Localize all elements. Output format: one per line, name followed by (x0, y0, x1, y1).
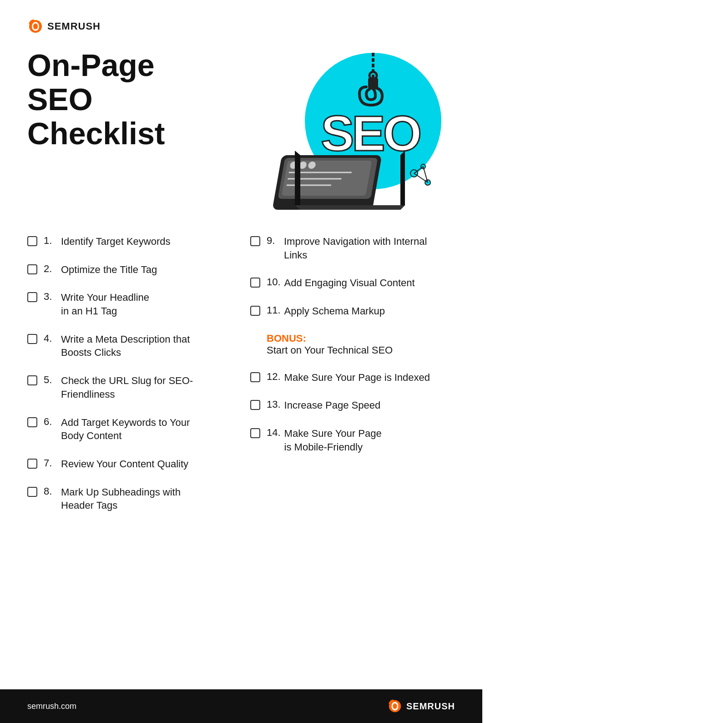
checklist-item-5: 5. Check the URL Slug for SEO- Friendlin… (27, 374, 232, 401)
logo-text: SEMRUSH (47, 20, 101, 32)
item-number-4: 4. (44, 333, 57, 344)
svg-marker-17 (295, 151, 300, 210)
checkbox-12[interactable] (250, 372, 260, 382)
checklist-right: 9. Improve Navigation with Internal Link… (250, 235, 455, 469)
checkbox-13[interactable] (250, 400, 260, 410)
checkbox-3[interactable] (27, 292, 37, 302)
item-text-14: Make Sure Your Page is Mobile-Friendly (284, 427, 382, 454)
checkbox-5[interactable] (27, 375, 37, 385)
item-text-8: Mark Up Subheadings with Header Tags (61, 485, 181, 512)
checklist-item-12: 12. Make Sure Your Page is Indexed (250, 371, 455, 384)
item-number-2: 2. (44, 263, 57, 275)
footer-logo-text: SEMRUSH (406, 701, 455, 712)
checkbox-1[interactable] (27, 236, 37, 246)
svg-point-28 (393, 703, 397, 709)
checkbox-11[interactable] (250, 306, 260, 316)
item-number-9: 9. (267, 235, 280, 247)
item-text-7: Review Your Content Quality (61, 457, 188, 471)
checkbox-2[interactable] (27, 264, 37, 274)
item-text-12: Make Sure Your Page is Indexed (284, 371, 430, 384)
bonus-subtitle: Start on Your Technical SEO (267, 344, 455, 356)
footer-url: semrush.com (27, 702, 76, 711)
item-text-6: Add Target Keywords to Your Body Content (61, 416, 190, 443)
item-text-4: Write a Meta Description that Boosts Cli… (61, 333, 190, 359)
item-number-13: 13. (267, 399, 281, 410)
item-number-11: 11. (267, 304, 281, 316)
svg-marker-18 (400, 151, 405, 210)
item-number-6: 6. (44, 416, 57, 428)
svg-point-2 (33, 24, 38, 30)
item-number-12: 12. (267, 371, 281, 383)
page-title: On-Page SEO Checklist (27, 48, 223, 150)
semrush-logo-icon (27, 18, 44, 35)
checklist-item-7: 7. Review Your Content Quality (27, 457, 232, 471)
checkbox-9[interactable] (250, 236, 260, 246)
item-number-7: 7. (44, 457, 57, 469)
checklist-item-11: 11. Apply Schema Markup (250, 304, 455, 318)
checklist-item-13: 13. Increase Page Speed (250, 399, 455, 412)
checklist-item-10: 10. Add Engaging Visual Content (250, 276, 455, 290)
item-text-1: Identify Target Keywords (61, 235, 171, 248)
footer-logo-icon (387, 698, 403, 714)
checklist-item-2: 2. Optimize the Title Tag (27, 263, 232, 277)
svg-text:SEO: SEO (321, 105, 420, 161)
checklist-item-14: 14. Make Sure Your Page is Mobile-Friend… (250, 427, 455, 454)
item-text-5: Check the URL Slug for SEO- Friendliness (61, 374, 193, 401)
item-number-14: 14. (267, 427, 281, 439)
item-text-9: Improve Navigation with Internal Links (284, 235, 427, 262)
checklist-item-9: 9. Improve Navigation with Internal Link… (250, 235, 455, 262)
item-number-1: 1. (44, 235, 57, 247)
checklist-left: 1. Identify Target Keywords 2. Optimize … (27, 235, 232, 527)
seo-illustration: SEO (241, 51, 450, 214)
checkbox-4[interactable] (27, 334, 37, 344)
checkbox-6[interactable] (27, 417, 37, 427)
item-text-2: Optimize the Title Tag (61, 263, 157, 277)
checklist-item-1: 1. Identify Target Keywords (27, 235, 232, 248)
footer-logo: SEMRUSH (387, 698, 455, 714)
item-text-10: Add Engaging Visual Content (284, 276, 415, 290)
item-number-3: 3. (44, 291, 57, 303)
checkbox-8[interactable] (27, 487, 37, 497)
checkbox-14[interactable] (250, 428, 260, 438)
item-number-5: 5. (44, 374, 57, 386)
bonus-label: BONUS: (267, 333, 455, 344)
hero-section: On-Page SEO Checklist SEO (27, 48, 455, 217)
checkbox-7[interactable] (27, 459, 37, 469)
svg-marker-19 (295, 205, 405, 210)
checklist-columns: 1. Identify Target Keywords 2. Optimize … (27, 235, 455, 527)
checklist-item-3: 3. Write Your Headline in an H1 Tag (27, 291, 232, 318)
checklist-item-6: 6. Add Target Keywords to Your Body Cont… (27, 416, 232, 443)
item-number-10: 10. (267, 276, 281, 288)
item-number-8: 8. (44, 485, 57, 497)
bonus-section: BONUS: Start on Your Technical SEO (250, 333, 455, 356)
checkbox-10[interactable] (250, 278, 260, 288)
checklist-item-8: 8. Mark Up Subheadings with Header Tags (27, 485, 232, 512)
item-text-11: Apply Schema Markup (284, 304, 385, 318)
item-text-13: Increase Page Speed (284, 399, 381, 412)
footer: semrush.com SEMRUSH (0, 689, 482, 723)
logo-area: SEMRUSH (27, 18, 455, 35)
hero-image-area: SEO (237, 48, 455, 217)
item-text-3: Write Your Headline in an H1 Tag (61, 291, 149, 318)
checklist-item-4: 4. Write a Meta Description that Boosts … (27, 333, 232, 359)
